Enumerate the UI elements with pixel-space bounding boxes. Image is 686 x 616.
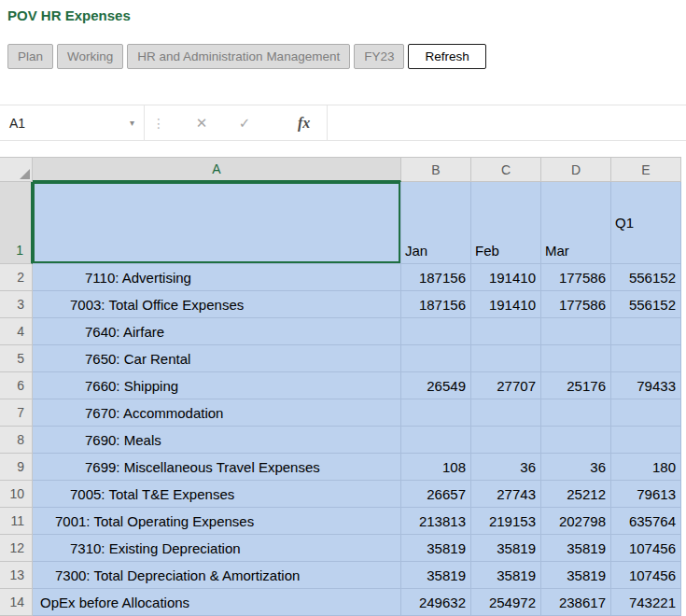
pov-button-working[interactable]: Working — [57, 44, 123, 69]
cell-B5[interactable] — [401, 345, 471, 372]
cell-A2[interactable]: 7110: Advertising — [33, 264, 401, 291]
pov-button-fy23[interactable]: FY23 — [354, 44, 404, 69]
cell-C12[interactable]: 35819 — [471, 535, 541, 562]
cell-A13[interactable]: 7300: Total Depreciation & Amortization — [33, 562, 401, 589]
enter-icon[interactable]: ✓ — [231, 115, 259, 132]
cell-A11[interactable]: 7001: Total Operating Expenses — [33, 508, 401, 535]
row-header-4[interactable]: 4 — [0, 318, 33, 345]
cell-D12[interactable]: 35819 — [541, 535, 611, 562]
cell-D9[interactable]: 36 — [541, 454, 611, 481]
cell-E14[interactable]: 743221 — [611, 589, 681, 616]
cell-D7[interactable] — [541, 399, 611, 427]
row-header-10[interactable]: 10 — [0, 481, 33, 508]
cell-A10[interactable]: 7005: Total T&E Expenses — [33, 481, 401, 508]
cell-E4[interactable] — [611, 318, 681, 345]
cell-A9[interactable]: 7699: Miscellaneous Travel Expenses — [33, 454, 401, 481]
cell-E10[interactable]: 79613 — [611, 481, 681, 508]
cell-B8[interactable] — [401, 427, 471, 454]
cell-D3[interactable]: 177586 — [541, 291, 611, 318]
cell-D5[interactable] — [541, 345, 611, 372]
row-header-7[interactable]: 7 — [0, 399, 33, 427]
cell-E1[interactable]: Q1 — [611, 182, 681, 264]
cell-E7[interactable] — [611, 399, 681, 427]
insert-function-fx-icon[interactable]: fx — [298, 115, 310, 132]
cell-D6[interactable]: 25176 — [541, 372, 611, 399]
cell-B4[interactable] — [401, 318, 471, 345]
cell-E2[interactable]: 556152 — [611, 264, 681, 291]
cell-B1[interactable]: Jan — [401, 182, 471, 264]
cell-D14[interactable]: 238617 — [541, 589, 611, 616]
cell-B14[interactable]: 249632 — [401, 589, 471, 616]
row-header-6[interactable]: 6 — [0, 372, 33, 399]
row-header-2[interactable]: 2 — [0, 264, 33, 291]
cell-A7[interactable]: 7670: Accommodation — [33, 399, 401, 427]
cell-B3[interactable]: 187156 — [401, 291, 471, 318]
cell-B12[interactable]: 35819 — [401, 535, 471, 562]
name-box-dropdown-icon[interactable]: ▾ — [130, 118, 134, 128]
cell-D10[interactable]: 25212 — [541, 481, 611, 508]
cell-B6[interactable]: 26549 — [401, 372, 471, 399]
cell-C10[interactable]: 27743 — [471, 481, 541, 508]
name-box[interactable]: A1 ▾ — [0, 105, 145, 140]
cell-A6[interactable]: 7660: Shipping — [33, 372, 401, 399]
cell-C6[interactable]: 27707 — [471, 372, 541, 399]
cell-E3[interactable]: 556152 — [611, 291, 681, 318]
cell-D1[interactable]: Mar — [541, 182, 611, 264]
cell-E11[interactable]: 635764 — [611, 508, 681, 535]
cell-D13[interactable]: 35819 — [541, 562, 611, 589]
cell-A14[interactable]: OpEx before Allocations — [33, 589, 401, 616]
cell-E9[interactable]: 180 — [611, 454, 681, 481]
cell-E13[interactable]: 107456 — [611, 562, 681, 589]
cell-C5[interactable] — [471, 345, 541, 372]
cell-C2[interactable]: 191410 — [471, 264, 541, 291]
cell-A12[interactable]: 7310: Existing Depreciation — [33, 535, 401, 562]
column-header-A[interactable]: A — [33, 158, 401, 182]
cell-A4[interactable]: 7640: Airfare — [33, 318, 401, 345]
cell-C4[interactable] — [471, 318, 541, 345]
row-header-1[interactable]: 1 — [0, 182, 33, 264]
formula-input[interactable] — [328, 105, 686, 140]
cell-D2[interactable]: 177586 — [541, 264, 611, 291]
cell-E12[interactable]: 107456 — [611, 535, 681, 562]
cell-A5[interactable]: 7650: Car Rental — [33, 345, 401, 372]
cell-C14[interactable]: 254972 — [471, 589, 541, 616]
refresh-button[interactable]: Refresh — [408, 44, 485, 69]
column-header-C[interactable]: C — [471, 158, 541, 182]
column-header-B[interactable]: B — [401, 158, 471, 182]
column-header-D[interactable]: D — [541, 158, 611, 182]
cell-E8[interactable] — [611, 427, 681, 454]
cell-A3[interactable]: 7003: Total Office Expenses — [33, 291, 401, 318]
cell-A1-selected[interactable] — [33, 182, 401, 264]
cell-B9[interactable]: 108 — [401, 454, 471, 481]
cancel-icon[interactable]: ✕ — [188, 115, 216, 132]
cell-E5[interactable] — [611, 345, 681, 372]
cell-C8[interactable] — [471, 427, 541, 454]
row-header-13[interactable]: 13 — [0, 562, 33, 589]
cell-C13[interactable]: 35819 — [471, 562, 541, 589]
pov-button-hr-admin-management[interactable]: HR and Administration Management — [127, 44, 350, 69]
cell-C3[interactable]: 191410 — [471, 291, 541, 318]
row-header-9[interactable]: 9 — [0, 454, 33, 481]
row-header-11[interactable]: 11 — [0, 508, 33, 535]
cell-C1[interactable]: Feb — [471, 182, 541, 264]
row-header-14[interactable]: 14 — [0, 589, 33, 616]
cell-B13[interactable]: 35819 — [401, 562, 471, 589]
cell-B11[interactable]: 213813 — [401, 508, 471, 535]
pov-button-plan[interactable]: Plan — [7, 44, 53, 69]
row-header-3[interactable]: 3 — [0, 291, 33, 318]
cell-C7[interactable] — [471, 399, 541, 427]
cell-B7[interactable] — [401, 399, 471, 427]
row-header-8[interactable]: 8 — [0, 427, 33, 454]
row-header-12[interactable]: 12 — [0, 535, 33, 562]
cell-C9[interactable]: 36 — [471, 454, 541, 481]
cell-D8[interactable] — [541, 427, 611, 454]
cell-B10[interactable]: 26657 — [401, 481, 471, 508]
cell-A8[interactable]: 7690: Meals — [33, 427, 401, 454]
row-header-5[interactable]: 5 — [0, 345, 33, 372]
cell-D4[interactable] — [541, 318, 611, 345]
cell-D11[interactable]: 202798 — [541, 508, 611, 535]
select-all-corner[interactable] — [0, 158, 33, 182]
cell-E6[interactable]: 79433 — [611, 372, 681, 399]
column-header-E[interactable]: E — [611, 158, 681, 182]
cell-B2[interactable]: 187156 — [401, 264, 471, 291]
